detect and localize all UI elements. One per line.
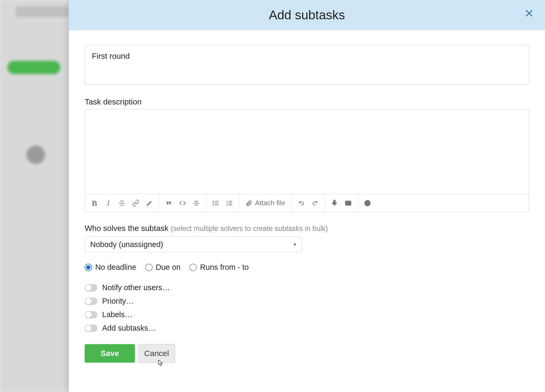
undo-button[interactable] — [294, 196, 308, 210]
link-button[interactable] — [129, 196, 143, 210]
deadline-radio-group: No deadline Due on Runs from - to — [85, 263, 529, 272]
modal-body: Task description B I — [69, 30, 545, 373]
svg-point-1 — [212, 202, 214, 204]
svg-point-2 — [212, 204, 214, 206]
link-icon — [132, 199, 139, 207]
description-label: Task description — [85, 97, 529, 106]
code-button[interactable] — [176, 196, 189, 210]
svg-point-0 — [212, 200, 214, 202]
description-textarea[interactable] — [85, 109, 529, 194]
close-button[interactable] — [523, 7, 535, 20]
quote-icon — [165, 199, 172, 207]
radio-runs-from-to[interactable]: Runs from - to — [189, 263, 249, 272]
video-icon — [344, 199, 352, 207]
solver-selected-value: Nobody (unassigned) — [90, 240, 163, 249]
bold-button[interactable]: B — [88, 196, 101, 210]
bullet-list-button[interactable] — [209, 196, 222, 210]
toggle-labels[interactable]: Labels… — [85, 310, 529, 319]
solver-hint: (select multiple solvers to create subta… — [171, 225, 328, 233]
bullet-list-icon — [212, 199, 219, 207]
solver-label: Who solves the subtask (select multiple … — [85, 224, 529, 233]
toggle-notify-users[interactable]: Notify other users… — [85, 283, 529, 292]
strikethrough-icon — [118, 199, 126, 207]
save-button[interactable]: Save — [85, 344, 135, 363]
toggle-priority[interactable]: Priority… — [85, 297, 529, 306]
toggle-switch-icon — [85, 284, 97, 291]
emoji-icon — [364, 199, 371, 207]
numbered-list-icon — [226, 199, 233, 207]
task-name-input[interactable] — [85, 45, 529, 85]
action-buttons: Save Cancel — [85, 344, 529, 363]
mic-button[interactable] — [328, 196, 341, 210]
hr-icon — [193, 199, 200, 207]
numbered-list-button[interactable] — [222, 196, 236, 210]
radio-no-deadline[interactable]: No deadline — [85, 263, 136, 272]
solver-select[interactable]: Nobody (unassigned) ▾ — [85, 236, 302, 252]
toggle-switch-icon — [85, 298, 97, 305]
add-subtasks-modal: Add subtasks Task description B I — [69, 0, 545, 392]
redo-icon — [311, 199, 319, 207]
radio-icon — [189, 264, 197, 271]
editor-toolbar: B I — [85, 194, 529, 212]
hr-button[interactable] — [189, 196, 203, 210]
svg-point-7 — [368, 202, 369, 203]
quote-button[interactable] — [162, 196, 176, 210]
attach-file-button[interactable]: Attach file — [242, 199, 289, 207]
paperclip-icon — [246, 200, 252, 207]
strikethrough-button[interactable] — [115, 196, 129, 210]
svg-point-5 — [365, 200, 370, 206]
cancel-button[interactable]: Cancel — [138, 344, 175, 363]
svg-point-6 — [366, 202, 367, 203]
code-icon — [179, 199, 186, 207]
redo-button[interactable] — [308, 196, 322, 210]
toggle-switch-icon — [85, 311, 97, 318]
video-button[interactable] — [341, 196, 355, 210]
highlight-icon — [146, 199, 153, 207]
radio-icon — [85, 264, 92, 271]
toggle-switch-icon — [85, 325, 97, 332]
radio-due-on[interactable]: Due on — [145, 263, 181, 272]
highlight-button[interactable] — [143, 196, 156, 210]
description-editor: B I — [85, 109, 529, 212]
radio-icon — [145, 264, 153, 271]
attach-file-label: Attach file — [255, 199, 285, 207]
close-icon — [525, 9, 534, 18]
italic-button[interactable]: I — [101, 196, 115, 210]
mic-icon — [331, 199, 338, 207]
toggle-list: Notify other users… Priority… Labels… Ad… — [85, 283, 529, 332]
emoji-button[interactable] — [361, 196, 374, 210]
modal-header: Add subtasks — [69, 0, 545, 30]
toggle-add-subtasks[interactable]: Add subtasks… — [85, 324, 529, 332]
modal-title: Add subtasks — [269, 8, 345, 22]
undo-icon — [298, 199, 305, 207]
chevron-down-icon: ▾ — [294, 241, 296, 247]
